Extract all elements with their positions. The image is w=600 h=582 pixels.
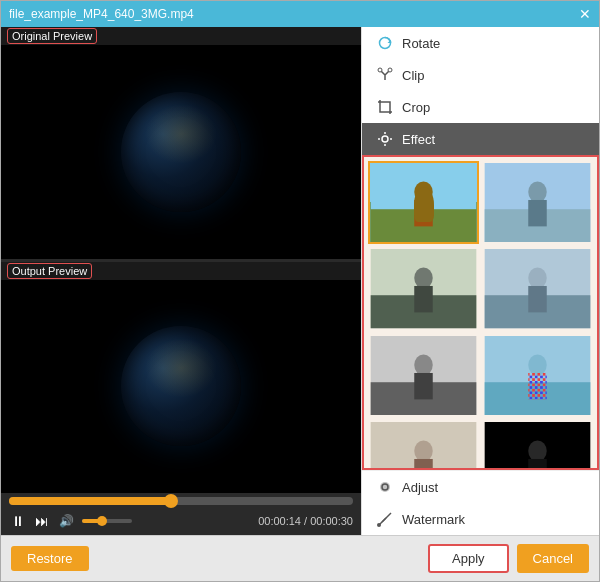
effect-thumb-2[interactable] [482,161,593,244]
output-video-frame [1,280,361,494]
effect-preview-2 [484,163,591,242]
effect-thumb-8[interactable] [482,420,593,470]
effect-icon [376,130,394,148]
effect-grid [368,161,593,470]
title-bar: file_example_MP4_640_3MG.mp4 ✕ [1,1,599,27]
effect-preview-5 [370,336,477,415]
progress-fill [9,497,171,505]
svg-point-36 [528,354,546,375]
volume-slider[interactable] [82,519,132,523]
apply-button[interactable]: Apply [428,544,509,573]
rotate-icon [376,34,394,52]
svg-rect-29 [528,286,546,312]
svg-point-3 [388,68,392,72]
effect-grid-wrapper [362,155,599,470]
svg-point-57 [377,523,381,527]
svg-point-46 [528,440,546,461]
tool-clip[interactable]: Clip [362,59,599,91]
right-panel: Rotate Clip [361,27,599,535]
skip-button[interactable]: ⏭ [33,511,51,531]
output-preview-label: Output Preview [1,262,361,280]
volume-icon: 🔊 [57,512,76,530]
earth-globe-output [121,326,241,446]
svg-rect-21 [528,200,546,226]
tool-menu: Rotate Clip [362,27,599,155]
pause-button[interactable]: ⏸ [9,511,27,531]
effect-label: Effect [402,132,435,147]
svg-point-32 [414,354,432,375]
effect-thumb-7[interactable] [368,420,479,470]
effect-thumb-1[interactable] [368,161,479,244]
effect-thumb-4[interactable] [482,247,593,330]
tool-adjust[interactable]: Adjust [362,471,599,503]
svg-rect-47 [528,459,546,470]
effect-thumb-5[interactable] [368,334,479,417]
svg-point-20 [528,181,546,202]
window-title: file_example_MP4_640_3MG.mp4 [9,7,194,21]
time-display: 00:00:14 / 00:00:30 [258,515,353,527]
svg-point-28 [528,268,546,289]
tool-crop[interactable]: Crop [362,91,599,123]
effect-thumb-6[interactable] [482,334,593,417]
app-window: file_example_MP4_640_3MG.mp4 ✕ Original … [0,0,600,582]
video-panel: Original Preview Output Preview [1,27,361,535]
earth-globe-original [121,92,241,212]
svg-point-2 [378,68,382,72]
controls-row: ⏸ ⏭ 🔊 00:00:14 / 00:00:30 [9,511,353,531]
effect-preview-6 [484,336,591,415]
bottom-bar: Restore Apply Cancel [1,535,599,581]
progress-thumb[interactable] [164,494,178,508]
cancel-button[interactable]: Cancel [517,544,589,573]
volume-thumb[interactable] [97,516,107,526]
effect-preview-8 [484,422,591,470]
svg-line-58 [382,518,386,522]
effect-preview-3 [370,249,477,328]
rotate-label: Rotate [402,36,440,51]
tool-watermark[interactable]: Watermark [362,503,599,535]
restore-button[interactable]: Restore [11,546,89,571]
svg-point-24 [414,268,432,289]
close-button[interactable]: ✕ [579,7,591,21]
svg-rect-43 [414,459,432,470]
main-content: Original Preview Output Preview [1,27,599,535]
original-preview-label: Original Preview [1,27,361,45]
effect-preview-7 [370,422,477,470]
crop-label: Crop [402,100,430,115]
watermark-label: Watermark [402,512,465,527]
original-video-frame [1,45,361,259]
svg-rect-4 [380,102,390,112]
svg-point-42 [414,440,432,461]
effect-thumb-3[interactable] [368,247,479,330]
svg-point-16 [414,181,432,202]
right-bottom-buttons: Apply Cancel [428,544,589,573]
bottom-tools: Adjust Watermark [362,470,599,535]
progress-bar[interactable] [9,497,353,505]
playback-controls: ⏸ ⏭ 🔊 00:00:14 / 00:00:30 [1,493,361,535]
watermark-icon [376,510,394,528]
effect-preview-1 [370,163,477,242]
svg-rect-33 [414,372,432,398]
left-bottom-buttons: Restore [11,546,89,571]
tool-effect[interactable]: Effect [362,123,599,155]
clip-icon [376,66,394,84]
svg-rect-17 [414,200,432,226]
crop-icon [376,98,394,116]
effect-preview-4 [484,249,591,328]
output-preview-section: Output Preview [1,262,361,494]
svg-point-9 [382,136,388,142]
adjust-label: Adjust [402,480,438,495]
clip-label: Clip [402,68,424,83]
adjust-icon [376,478,394,496]
tool-rotate[interactable]: Rotate [362,27,599,59]
svg-rect-25 [414,286,432,312]
original-preview-section: Original Preview [1,27,361,259]
svg-rect-37 [528,372,546,398]
